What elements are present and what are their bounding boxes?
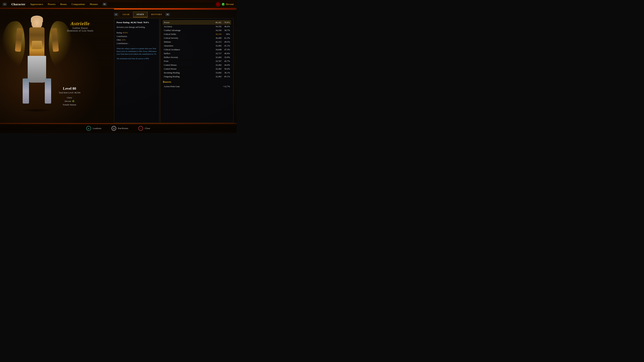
l1-badge[interactable]: L1 — [3, 3, 7, 6]
pan-rotate-label: Pan/Rotate — [118, 127, 128, 130]
nav-character-tab[interactable]: Character — [12, 3, 26, 6]
stat-row[interactable]: Defense42,31549.5% — [163, 40, 231, 44]
tab-history[interactable]: History — [148, 11, 166, 17]
stat-percent: 45.7% — [222, 60, 230, 62]
character-head — [32, 16, 42, 29]
character-class: Cleric — [59, 96, 80, 99]
stat-row[interactable]: Incoming Healing33,69236.1% — [163, 71, 231, 75]
stat-percent: 50.4% — [222, 67, 230, 70]
character-leg-right — [45, 78, 51, 104]
stat-value: 33,767 — [212, 60, 222, 62]
circle-button[interactable]: ○ — [138, 126, 143, 131]
character-skirt — [28, 56, 46, 83]
stat-value: 34,336 — [212, 29, 222, 32]
stat-value: 34,192 — [212, 25, 222, 28]
stat-row[interactable]: Deflect32,71746.9% — [163, 51, 231, 55]
stat-row[interactable]: Critical Avoidance34,84847.3% — [163, 48, 231, 51]
stat-name: Incoming Healing — [164, 71, 212, 74]
class-info: Cleric Devout 🌿 Female Human — [59, 96, 80, 106]
stat-value: 32,492 — [212, 44, 222, 47]
tabs-area: L2 Gear Stats History R2 — [114, 11, 233, 18]
stat-percent: 70.8% — [221, 21, 230, 24]
character-paragon: Devout — [64, 99, 71, 103]
stat-name: Forte — [164, 60, 212, 62]
tab-stats[interactable]: Stats — [133, 11, 148, 17]
character-race: Female Human — [59, 103, 80, 107]
character-shadow — [20, 109, 54, 112]
navbar: L1 Character Appearance Powers Boons Com… — [0, 0, 236, 9]
character-level: Level 80 — [59, 86, 80, 91]
stat-row[interactable]: Deflect Severity32,49235.9% — [163, 55, 231, 59]
stat-value: 48,362 — [211, 21, 221, 24]
stat-name: Awareness — [164, 44, 212, 47]
stat-name: Critical Avoidance — [164, 48, 212, 51]
stat-row[interactable]: Awareness32,49241.1% — [163, 44, 231, 48]
stat-row[interactable]: Accuracy34,19246.6% — [163, 24, 231, 28]
paragon-leaf-icon: 🌿 — [72, 100, 74, 103]
tooltip-header: Power Rating: 48,362 Total: 70.8% — [116, 21, 157, 24]
r1-badge[interactable]: R1 — [103, 3, 107, 6]
stat-row[interactable]: Forte33,76745.7% — [163, 59, 231, 63]
devout-gem-icon — [222, 3, 225, 6]
stat-percent: 44.4% — [222, 64, 230, 66]
stat-row[interactable]: Outgoing Healing32,49285.1% — [163, 75, 231, 78]
stat-value: 33,692 — [212, 71, 222, 74]
nav-right: Devout — [216, 2, 234, 7]
stat-percent: 36.7% — [222, 29, 230, 32]
character-body — [29, 27, 44, 57]
stat-name: Control Resist — [164, 67, 212, 70]
nav-mounts[interactable]: Mounts — [90, 3, 98, 6]
stat-percent: 46.6% — [222, 25, 230, 28]
r2-badge[interactable]: R2 — [166, 13, 170, 16]
stat-percent: 35.9% — [222, 56, 230, 59]
stat-value: 32,492 — [212, 64, 222, 66]
nav-companions[interactable]: Companions — [72, 3, 85, 6]
stat-row[interactable]: Power48,36270.8% — [163, 20, 231, 24]
stat-name: Deflect Severity — [164, 56, 212, 59]
pan-rotate-action[interactable]: ● Pan/Rotate — [112, 126, 128, 131]
nav-powers[interactable]: Powers — [48, 3, 56, 6]
other-label: Other — [116, 38, 121, 42]
triangle-button[interactable]: ▲ — [86, 126, 91, 131]
stat-row[interactable]: Control Bonus32,49244.4% — [163, 63, 231, 67]
character-portrait-area — [0, 9, 114, 124]
stat-value: 32,492 — [212, 75, 222, 78]
stat-percent: 46.9% — [222, 52, 230, 55]
character-leg-left — [23, 78, 29, 104]
stat-name: Outgoing Healing — [164, 75, 212, 78]
stat-name: Power — [164, 21, 211, 24]
l2-badge[interactable]: L2 — [114, 13, 118, 16]
stat-row[interactable]: Critical Severity36,49961.3% — [163, 36, 231, 40]
tooltip-blue-text-1: When this rating is equal to or greater … — [116, 47, 157, 55]
stick-button[interactable]: ● — [112, 126, 116, 131]
stat-value: 49,106 — [212, 33, 222, 35]
loadouts-action[interactable]: ▲ Loadouts — [86, 126, 102, 131]
stat-value: 32,717 — [212, 52, 222, 55]
loadouts-label: Loadouts — [93, 127, 102, 130]
action-bar: ▲ Loadouts ● Pan/Rotate ○ Close — [0, 124, 236, 133]
stat-row[interactable]: Control Resist32,49250.4% — [163, 67, 231, 71]
tab-gear[interactable]: Gear — [119, 11, 133, 17]
stat-name: Control Bonus — [164, 64, 212, 66]
stats-panel: Power48,36270.8%Accuracy34,19246.6%Comba… — [160, 18, 234, 123]
other-value: 21% — [122, 38, 126, 42]
stat-row[interactable]: Critical Strike49,10656% — [163, 32, 231, 36]
stat-percent: 36.1% — [222, 71, 230, 74]
profile-icon — [216, 2, 220, 7]
stat-percent: 41.1% — [222, 44, 230, 47]
rating-label: Rating — [116, 31, 122, 35]
close-action[interactable]: ○ Close — [138, 126, 150, 131]
nav-boons[interactable]: Boons — [60, 3, 67, 6]
profile-label: Devout — [226, 3, 234, 6]
contributions-label: Contributions : — [116, 42, 157, 45]
stat-name: Accuracy — [164, 25, 212, 28]
close-label: Close — [145, 127, 150, 130]
nav-appearance[interactable]: Appearance — [30, 3, 43, 6]
tooltip-description: Increases your damage and healing. — [116, 26, 157, 29]
stat-row[interactable]: Combat Advantage34,33636.7% — [163, 28, 231, 32]
character-faction: Dominion of Lost Souls — [67, 29, 94, 32]
boost-value: +12.7% — [212, 85, 230, 88]
tooltip-rating-row: Rating 49.8% — [116, 31, 157, 35]
boost-row: Action Point Gain+12.7% — [163, 84, 231, 88]
stat-name: Critical Severity — [164, 37, 212, 39]
